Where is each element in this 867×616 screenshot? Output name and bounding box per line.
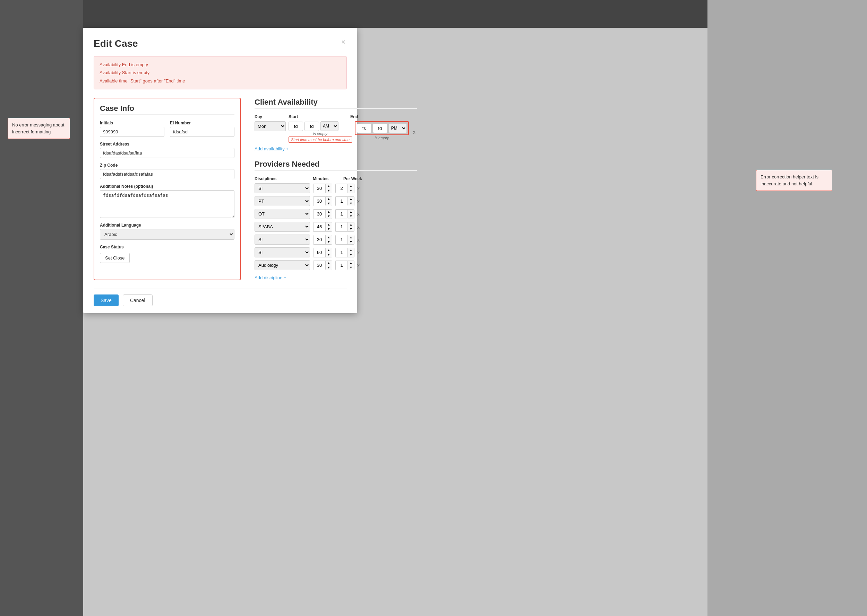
week-down-6[interactable]: ▼ — [348, 266, 354, 270]
minutes-spinner-5: ▲▼ — [313, 248, 332, 258]
week-up-2[interactable]: ▲ — [348, 210, 354, 214]
minutes-up-0[interactable]: ▲ — [326, 184, 332, 189]
week-spinner-6: ▲▼ — [335, 261, 355, 270]
minutes-down-0[interactable]: ▼ — [326, 189, 332, 193]
minutes-down-3[interactable]: ▼ — [326, 227, 332, 231]
minutes-input-6[interactable] — [313, 261, 326, 270]
availability-row-0: Mon Tue Wed Thu Fri Sat Sun — [255, 121, 417, 143]
week-input-1[interactable] — [335, 197, 348, 206]
week-down-0[interactable]: ▼ — [348, 189, 354, 193]
week-input-3[interactable] — [335, 222, 348, 231]
additional-notes-input[interactable] — [100, 190, 235, 218]
zip-code-input[interactable] — [100, 169, 235, 179]
remove-provider-5[interactable]: x — [357, 250, 359, 255]
annotation-right: Error correction helper text is inaccura… — [756, 170, 832, 191]
week-input-5[interactable] — [335, 248, 348, 257]
ei-number-group: EI Number — [170, 121, 235, 137]
initials-input[interactable] — [100, 127, 164, 137]
week-input-0[interactable] — [335, 184, 348, 193]
week-up-3[interactable]: ▲ — [348, 222, 354, 227]
minutes-down-4[interactable]: ▼ — [326, 240, 332, 244]
minutes-input-4[interactable] — [313, 235, 326, 244]
minutes-down-2[interactable]: ▼ — [326, 214, 332, 218]
discipline-select-5[interactable]: SIPTOTSI/ABAAudiologySLPOT — [255, 247, 310, 258]
remove-provider-3[interactable]: x — [357, 224, 359, 230]
week-spinner-3: ▲▼ — [335, 222, 355, 232]
end-ampm-select[interactable]: AM PM — [389, 123, 407, 133]
minutes-up-1[interactable]: ▲ — [326, 197, 332, 201]
remove-provider-2[interactable]: x — [357, 211, 359, 217]
start-error-text: Start time must be before end time — [288, 137, 352, 143]
week-down-5[interactable]: ▼ — [348, 253, 354, 257]
left-panel — [0, 0, 83, 616]
minutes-spinner-4: ▲▼ — [313, 235, 332, 245]
modal-body: Case Info Initials EI Number Street Addr… — [94, 98, 347, 280]
providers-title: Providers Needed — [255, 160, 417, 171]
week-up-5[interactable]: ▲ — [348, 248, 354, 253]
cancel-button[interactable]: Cancel — [123, 294, 153, 306]
additional-language-select[interactable]: Arabic Spanish French Chinese Other — [100, 229, 235, 240]
week-up-4[interactable]: ▲ — [348, 235, 354, 240]
discipline-select-4[interactable]: SIPTOTSI/ABAAudiologySLPOT — [255, 234, 310, 245]
remove-provider-6[interactable]: x — [357, 262, 359, 268]
day-select[interactable]: Mon Tue Wed Thu Fri Sat Sun — [255, 121, 286, 131]
close-button[interactable]: × — [340, 38, 347, 46]
provider-row-5: SIPTOTSI/ABAAudiologySLPOT▲▼▲▼x — [255, 247, 417, 258]
remove-provider-4[interactable]: x — [357, 237, 359, 242]
set-close-button[interactable]: Set Close — [100, 253, 130, 263]
minutes-spinner-3: ▲▼ — [313, 222, 332, 232]
end-hour-input[interactable] — [357, 124, 371, 133]
start-minute-input[interactable] — [304, 122, 319, 131]
minutes-up-3[interactable]: ▲ — [326, 222, 332, 227]
week-input-2[interactable] — [335, 210, 348, 218]
minutes-up-4[interactable]: ▲ — [326, 235, 332, 240]
discipline-select-2[interactable]: SIPTOTSI/ABAAudiologySLPOT — [255, 209, 310, 219]
minutes-down-6[interactable]: ▼ — [326, 266, 332, 270]
minutes-up-2[interactable]: ▲ — [326, 210, 332, 214]
provider-row-1: SIPTOTSI/ABAAudiologySLPOT▲▼▲▼x — [255, 196, 417, 206]
week-input-4[interactable] — [335, 235, 348, 244]
week-up-1[interactable]: ▲ — [348, 197, 354, 201]
add-discipline-link[interactable]: Add discipline + — [255, 275, 286, 280]
col-disciplines: Disciplines — [255, 176, 310, 181]
avail-col-start: Start — [288, 114, 347, 119]
ei-number-input[interactable] — [170, 127, 235, 137]
street-address-input[interactable] — [100, 148, 235, 158]
discipline-select-1[interactable]: SIPTOTSI/ABAAudiologySLPOT — [255, 196, 310, 206]
save-button[interactable]: Save — [94, 294, 118, 306]
week-input-6[interactable] — [335, 261, 348, 270]
minutes-up-6[interactable]: ▲ — [326, 261, 332, 266]
minutes-input-1[interactable] — [313, 197, 326, 206]
modal-footer: Save Cancel — [94, 289, 347, 306]
minutes-input-2[interactable] — [313, 210, 326, 218]
minutes-input-5[interactable] — [313, 248, 326, 257]
minutes-down-5[interactable]: ▼ — [326, 253, 332, 257]
minutes-down-1[interactable]: ▼ — [326, 201, 332, 206]
additional-language-group: Additional Language Arabic Spanish Frenc… — [100, 223, 235, 240]
minutes-input-0[interactable] — [313, 184, 326, 193]
week-up-6[interactable]: ▲ — [348, 261, 354, 266]
start-ampm-select[interactable]: AM PM — [320, 121, 339, 131]
add-availability-link[interactable]: Add availability + — [255, 146, 288, 151]
remove-provider-0[interactable]: x — [357, 186, 359, 191]
modal-header: Edit Case × — [94, 38, 347, 49]
additional-notes-group: Additional Notes (optional) — [100, 184, 235, 218]
case-status-label: Case Status — [100, 245, 235, 250]
start-hour-input[interactable] — [288, 122, 303, 131]
week-down-4[interactable]: ▼ — [348, 240, 354, 244]
week-down-3[interactable]: ▼ — [348, 227, 354, 231]
remove-availability-button[interactable]: x — [411, 128, 417, 136]
minutes-up-5[interactable]: ▲ — [326, 248, 332, 253]
week-down-2[interactable]: ▼ — [348, 214, 354, 218]
discipline-select-6[interactable]: SIPTOTSI/ABAAudiologySLPOT — [255, 260, 310, 270]
end-minute-input[interactable] — [373, 124, 387, 133]
street-address-label: Street Address — [100, 142, 235, 146]
remove-provider-1[interactable]: x — [357, 198, 359, 204]
day-cell: Mon Tue Wed Thu Fri Sat Sun — [255, 121, 286, 131]
discipline-select-0[interactable]: SIPTOTSI/ABAAudiologySLPOT — [255, 183, 310, 193]
client-availability-title: Client Availability — [255, 98, 417, 109]
discipline-select-3[interactable]: SIPTOTSI/ABAAudiologySLPOT — [255, 222, 310, 232]
week-down-1[interactable]: ▼ — [348, 201, 354, 206]
week-up-0[interactable]: ▲ — [348, 184, 354, 189]
minutes-input-3[interactable] — [313, 222, 326, 231]
